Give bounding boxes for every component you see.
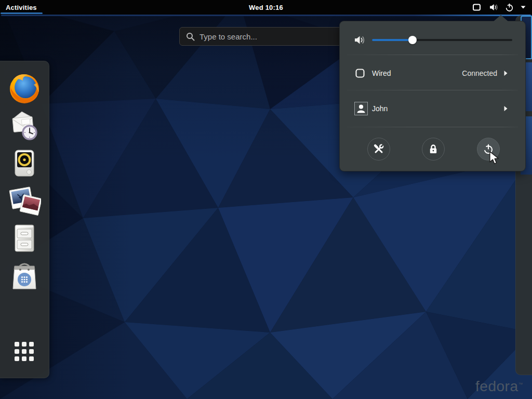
clock[interactable]: Wed 10:16	[249, 4, 283, 11]
caret-down-icon	[521, 6, 526, 9]
separator	[347, 55, 518, 55]
firefox-icon	[8, 72, 41, 105]
system-tray[interactable]	[470, 0, 528, 15]
dock-item-rhythmbox[interactable]	[6, 144, 43, 182]
activities-label: Activities	[6, 4, 37, 11]
display-icon	[472, 3, 482, 11]
volume-slider[interactable]	[372, 39, 512, 41]
network-menu-item[interactable]: Wired Connected	[340, 62, 525, 85]
photos-icon	[8, 184, 41, 217]
dock-item-photos[interactable]	[6, 182, 43, 219]
network-label: Wired	[372, 69, 391, 77]
lock-button[interactable]	[422, 138, 445, 161]
system-status-menu: Wired Connected John	[339, 21, 526, 171]
volume-slider-thumb[interactable]	[408, 36, 417, 44]
software-icon	[8, 259, 41, 292]
dash-dock	[0, 61, 49, 378]
volume-fill	[372, 39, 413, 41]
show-applications-button[interactable]	[6, 333, 43, 370]
menu-pointer-arrow	[494, 15, 508, 21]
power-icon	[483, 143, 494, 155]
activities-active-indicator	[1, 12, 43, 14]
evolution-mail-icon	[8, 109, 41, 142]
separator	[347, 90, 518, 90]
dock-item-firefox[interactable]	[6, 70, 43, 107]
apps-grid-icon	[14, 341, 35, 362]
top-bar: Activities Wed 10:16	[0, 0, 532, 15]
settings-icon	[373, 143, 384, 155]
files-icon	[8, 221, 41, 255]
workspace-top-edge	[1, 15, 531, 16]
separator	[347, 127, 518, 127]
rhythmbox-icon	[8, 147, 41, 180]
network-wired-icon	[355, 69, 365, 78]
user-name: John	[372, 104, 388, 113]
lock-icon	[428, 143, 439, 155]
submenu-arrow-icon	[504, 71, 508, 76]
user-menu-item[interactable]: John	[340, 97, 525, 120]
settings-button[interactable]	[367, 138, 390, 161]
fedora-watermark: fedora™	[475, 378, 523, 395]
dock-item-files[interactable]	[6, 219, 43, 257]
volume-icon	[488, 3, 498, 11]
power-icon	[505, 3, 514, 12]
user-avatar	[354, 102, 368, 115]
network-status: Connected	[462, 69, 497, 77]
person-icon	[355, 103, 367, 114]
search-icon	[186, 32, 195, 41]
activities-button[interactable]: Activities	[0, 0, 44, 15]
volume-row	[340, 30, 525, 50]
submenu-arrow-icon	[504, 106, 508, 112]
system-actions-row	[340, 138, 525, 161]
volume-icon	[353, 35, 365, 45]
power-button[interactable]	[477, 138, 500, 161]
dock-item-software[interactable]	[6, 257, 43, 294]
dock-item-evolution[interactable]	[6, 107, 43, 144]
